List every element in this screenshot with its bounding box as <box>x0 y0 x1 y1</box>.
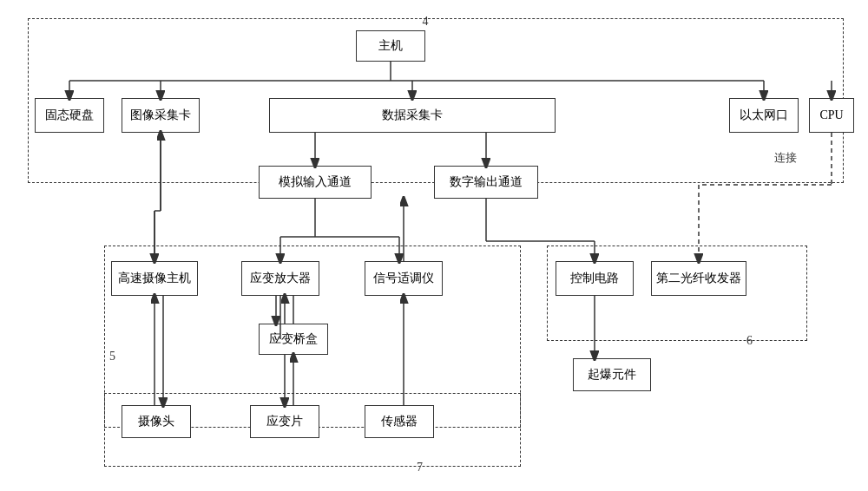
box-strain-bridge: 应变桥盒 <box>259 324 328 355</box>
group-4-label: 4 <box>423 15 429 29</box>
box-detonator: 起爆元件 <box>573 358 651 391</box>
diagram: 4 5 6 7 主机 固态硬盘 图像采集卡 数据采集卡 以太网口 CPU 模拟输… <box>17 11 851 480</box>
group-6-label: 6 <box>746 334 753 348</box>
box-signal-cond: 信号适调仪 <box>365 261 443 296</box>
box-image-card: 图像采集卡 <box>122 98 200 133</box>
box-data-card: 数据采集卡 <box>269 98 556 133</box>
box-control-circuit: 控制电路 <box>556 261 634 296</box>
box-high-speed-cam: 高速摄像主机 <box>111 261 198 296</box>
box-analog-input: 模拟输入通道 <box>259 166 372 199</box>
box-strain-chip: 应变片 <box>250 405 319 438</box>
group-5-label: 5 <box>109 350 115 363</box>
box-cpu: CPU <box>809 98 854 133</box>
box-ssd: 固态硬盘 <box>35 98 104 133</box>
connect-label: 连接 <box>774 150 797 166</box>
box-host: 主机 <box>356 30 425 62</box>
box-strain-amp: 应变放大器 <box>241 261 319 296</box>
box-digital-output: 数字输出通道 <box>434 166 538 199</box>
box-fiber-transceiver: 第二光纤收发器 <box>651 261 746 296</box>
box-sensor: 传感器 <box>365 405 434 438</box>
group-7-label: 7 <box>417 461 423 475</box>
box-camera: 摄像头 <box>122 405 191 438</box>
box-ethernet: 以太网口 <box>729 98 799 133</box>
